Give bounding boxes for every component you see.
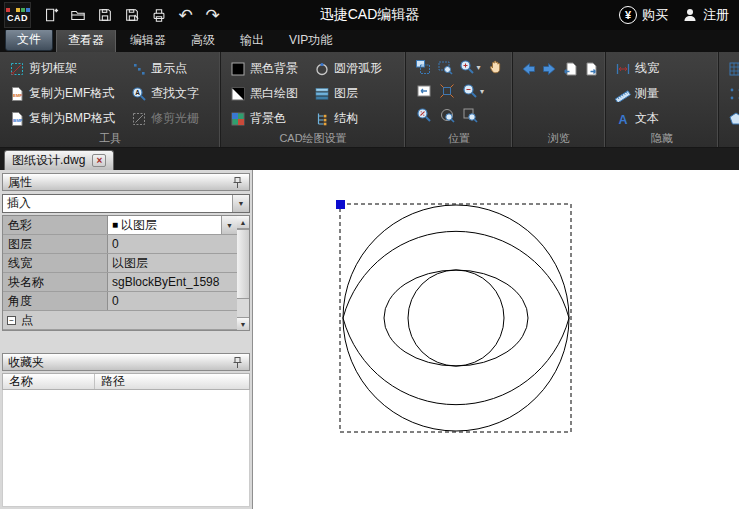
show-points-button[interactable]: 显示点	[129, 56, 201, 81]
zoom-in-button[interactable]	[457, 56, 477, 78]
column-path[interactable]: 路径	[95, 374, 131, 389]
drawing-canvas[interactable]	[253, 170, 739, 509]
favorites-list[interactable]	[2, 390, 250, 507]
print-button[interactable]	[145, 2, 172, 28]
logo-text: CAD	[7, 13, 28, 23]
close-tab-button[interactable]: ×	[92, 154, 106, 167]
tab-viewer[interactable]: 查看器	[56, 28, 116, 52]
color-swatch: ■	[112, 220, 118, 230]
zoom-extents-button[interactable]	[436, 80, 457, 102]
view-forward-icon	[582, 61, 598, 77]
trim-raster-button[interactable]: 修剪光栅	[129, 106, 201, 131]
points-button[interactable]	[726, 81, 739, 106]
property-group-point: − 点	[3, 311, 237, 330]
hatch-icon	[728, 61, 739, 77]
favorites-column-headers: 名称 路径	[2, 373, 250, 390]
buy-button[interactable]: ¥ 购买	[619, 6, 668, 24]
back-button[interactable]	[520, 58, 538, 80]
save-button[interactable]	[91, 2, 118, 28]
color-value-combo[interactable]: ■ 以图层 ▼	[108, 216, 237, 234]
property-row-layer: 图层 0	[3, 235, 237, 254]
arc-lens-entity[interactable]	[343, 231, 569, 404]
copy-emf-icon: EMF	[9, 86, 25, 102]
tab-output[interactable]: 输出	[229, 29, 275, 52]
zoom-out-dropdown[interactable]: ▾	[480, 87, 488, 96]
save-as-button[interactable]	[118, 2, 145, 28]
group-label-browse: 浏览	[513, 131, 605, 146]
left-panel: 属性 插入 ▼ 色彩 ■ 以图层 ▼	[0, 170, 253, 509]
new-file-button[interactable]	[37, 2, 64, 28]
zoom-object-icon	[439, 107, 455, 123]
zoom-scale-button[interactable]	[413, 104, 434, 126]
logo-pixels	[6, 8, 30, 12]
ribbon-group-browse: 浏览	[513, 52, 606, 147]
ellipse-entity[interactable]	[384, 270, 528, 366]
cut-frame-button[interactable]: 剪切框架	[7, 56, 117, 81]
measure-button[interactable]: 测量	[613, 81, 712, 106]
find-text-icon: A	[131, 86, 147, 102]
property-grid-scrollbar[interactable]: ▲ ▼	[237, 215, 250, 331]
combo-dropdown-button[interactable]: ▼	[232, 195, 249, 212]
tab-file[interactable]: 文件	[5, 28, 53, 51]
circle-entity[interactable]	[343, 205, 569, 431]
redo-button[interactable]: ↷	[199, 2, 226, 28]
smooth-arc-button[interactable]: 圆滑弧形	[312, 56, 384, 81]
pin-icon[interactable]	[231, 356, 244, 369]
copy-bmp-icon: BMP	[9, 111, 25, 127]
pan-button[interactable]	[486, 56, 506, 78]
zoom-out-icon	[462, 83, 478, 99]
pin-icon[interactable]	[231, 176, 244, 189]
zoom-previous-button[interactable]	[413, 80, 434, 102]
zoom-out-button[interactable]	[459, 80, 480, 102]
color-dropdown-button[interactable]: ▼	[221, 216, 237, 234]
copy-emf-button[interactable]: EMF 复制为EMF格式	[7, 81, 117, 106]
forward-button[interactable]	[540, 58, 558, 80]
region-button[interactable]	[726, 106, 739, 131]
insert-selector[interactable]: 插入 ▼	[2, 194, 250, 213]
black-background-button[interactable]: 黑色背景	[228, 56, 300, 81]
collapse-expander[interactable]: −	[7, 316, 16, 325]
layers-button[interactable]: 图层	[312, 81, 384, 106]
favorites-header: 收藏夹	[2, 353, 250, 371]
view-back-icon	[562, 61, 578, 77]
open-file-button[interactable]	[64, 2, 91, 28]
text-button[interactable]: A 文本	[613, 106, 712, 131]
find-text-button[interactable]: A 查找文字	[129, 81, 201, 106]
document-tab[interactable]: 图纸设计.dwg ×	[4, 150, 114, 170]
points-icon	[728, 86, 739, 102]
zoom-all-icon	[462, 107, 478, 123]
tab-vip[interactable]: VIP功能	[278, 29, 343, 52]
hatch-button[interactable]	[726, 56, 739, 81]
zoom-all-button[interactable]	[459, 104, 480, 126]
zoom-window-button[interactable]	[413, 56, 433, 78]
user-icon	[682, 7, 698, 23]
view-back-button[interactable]	[561, 58, 579, 80]
structure-button[interactable]: 结构	[312, 106, 384, 131]
tab-advanced[interactable]: 高级	[180, 29, 226, 52]
scroll-up-button[interactable]: ▲	[237, 216, 249, 229]
selection-grip[interactable]	[336, 200, 345, 209]
view-forward-button[interactable]	[581, 58, 599, 80]
scroll-thumb[interactable]	[237, 229, 249, 299]
cad-drawing[interactable]	[253, 170, 738, 509]
structure-icon	[314, 111, 330, 127]
undo-button[interactable]: ↶	[172, 2, 199, 28]
zoom-in-icon	[459, 59, 475, 75]
circle-entity[interactable]	[408, 270, 504, 366]
copy-bmp-button[interactable]: BMP 复制为BMP格式	[7, 106, 117, 131]
line-width-button[interactable]: 线宽	[613, 56, 712, 81]
register-button[interactable]: 注册	[682, 6, 729, 24]
svg-text:A: A	[135, 89, 140, 96]
column-name[interactable]: 名称	[3, 374, 95, 389]
title-bar: CAD ↶ ↷ 迅捷CAD编辑器	[0, 0, 739, 30]
background-color-button[interactable]: 背景色	[228, 106, 300, 131]
tab-editor[interactable]: 编辑器	[119, 29, 177, 52]
menu-tab-bar: 文件 查看器 编辑器 高级 输出 VIP功能	[0, 30, 739, 52]
bw-drawing-button[interactable]: 黑白绘图	[228, 81, 300, 106]
zoom-object-button[interactable]	[436, 104, 457, 126]
zoom-in-dropdown[interactable]: ▾	[477, 63, 485, 72]
scroll-down-button[interactable]: ▼	[237, 317, 249, 330]
group-label-position: 位置	[406, 131, 512, 146]
trim-raster-icon	[131, 111, 147, 127]
zoom-dynamic-button[interactable]	[435, 56, 455, 78]
